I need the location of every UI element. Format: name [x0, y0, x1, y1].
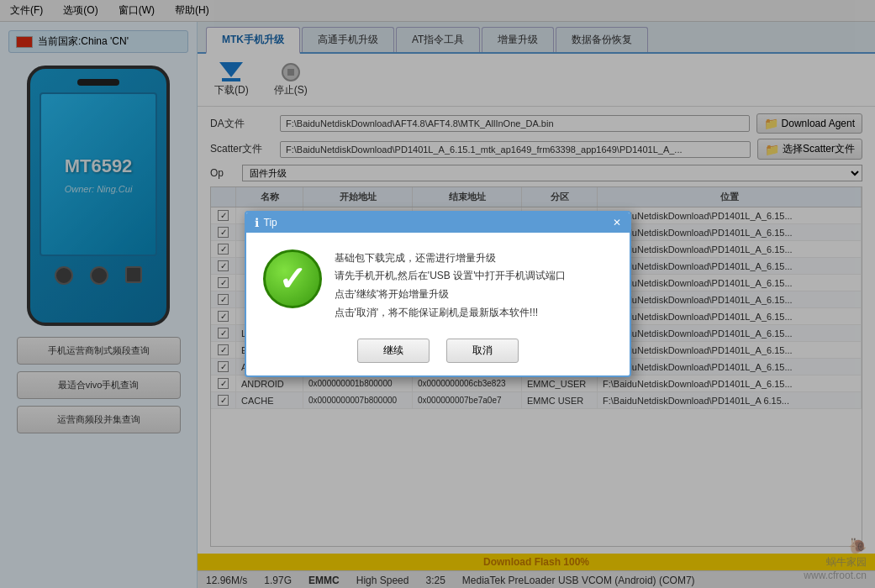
modal-line3: 点击'继续'将开始增量升级 [335, 286, 567, 304]
success-circle: ✓ [263, 249, 322, 308]
cancel-button[interactable]: 取消 [446, 339, 519, 363]
continue-button[interactable]: 继续 [357, 339, 430, 363]
checkmark-icon: ✓ [278, 262, 307, 296]
modal-line4: 点击'取消'，将不能保证刷机是最新版本软件!!! [335, 304, 567, 323]
modal-buttons: 继续 取消 [246, 330, 630, 375]
modal-title-text: Tip [264, 217, 277, 228]
modal-title-bar: ℹ Tip ✕ [246, 213, 630, 233]
modal-line2: 请先手机开机,然后在'USB 设置'中打开手机调试端口 [335, 267, 567, 286]
modal-message: 基础包下载完成，还需进行增量升级 请先手机开机,然后在'USB 设置'中打开手机… [335, 249, 567, 322]
tip-modal: ℹ Tip ✕ ✓ 基础包下载完成，还需进行增量升级 请先手机开机,然后在'US… [245, 211, 631, 377]
modal-title-icon: ℹ [255, 216, 259, 229]
modal-close-icon[interactable]: ✕ [613, 217, 621, 228]
modal-body: ✓ 基础包下载完成，还需进行增量升级 请先手机开机,然后在'USB 设置'中打开… [246, 233, 630, 330]
modal-line1: 基础包下载完成，还需进行增量升级 [335, 249, 567, 268]
modal-overlay: ℹ Tip ✕ ✓ 基础包下载完成，还需进行增量升级 请先手机开机,然后在'US… [0, 0, 875, 588]
